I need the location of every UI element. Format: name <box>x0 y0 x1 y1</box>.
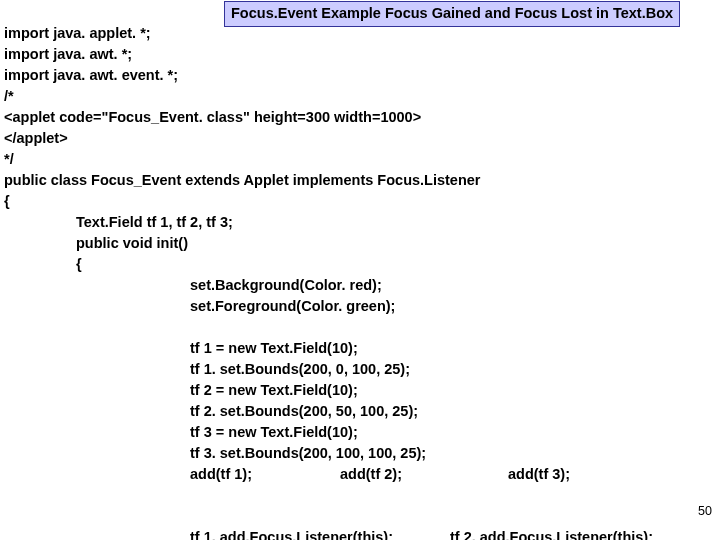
code-line: tf 2. set.Bounds(200, 50, 100, 25); <box>4 403 418 419</box>
code-fragment: add(tf 3); <box>508 464 570 485</box>
code-line: tf 2 = new Text.Field(10); <box>4 382 358 398</box>
code-line: <applet code="Focus_Event. class" height… <box>4 109 421 125</box>
code-line: import java. awt. *; <box>4 46 132 62</box>
page-number: 50 <box>698 502 712 520</box>
code-fragment: tf 2. add.Focus.Listener(this); <box>450 527 653 540</box>
code-line: tf 3. set.Bounds(200, 100, 100, 25); <box>4 445 426 461</box>
code-line: tf 3 = new Text.Field(10); <box>4 424 358 440</box>
code-line: Text.Field tf 1, tf 2, tf 3; <box>4 214 233 230</box>
code-fragment: add(tf 2); <box>340 464 508 485</box>
code-fragment: add(tf 1); <box>190 464 340 485</box>
slide-title-box: Focus.Event Example Focus Gained and Foc… <box>224 1 680 27</box>
code-line: set.Foreground(Color. green); <box>4 298 395 314</box>
code-line: tf 1. set.Bounds(200, 0, 100, 25); <box>4 361 410 377</box>
code-line: */ <box>4 151 14 167</box>
code-line: public void init() <box>4 235 188 251</box>
code-line-row: tf 1. add.Focus.Listener(this);tf 2. add… <box>4 527 716 540</box>
code-line: tf 1 = new Text.Field(10); <box>4 340 358 356</box>
slide-title: Focus.Event Example Focus Gained and Foc… <box>231 5 673 21</box>
code-line: /* <box>4 88 14 104</box>
code-line: { <box>4 193 10 209</box>
code-line: import java. awt. event. *; <box>4 67 178 83</box>
code-block: import java. applet. *; import java. awt… <box>4 2 716 540</box>
code-line: set.Background(Color. red); <box>4 277 382 293</box>
code-fragment: tf 1. add.Focus.Listener(this); <box>190 527 450 540</box>
code-line: public class Focus_Event extends Applet … <box>4 172 480 188</box>
code-line: { <box>4 256 82 272</box>
code-line-row: add(tf 1);add(tf 2);add(tf 3); <box>4 464 716 485</box>
code-line: import java. applet. *; <box>4 25 151 41</box>
code-line: </applet> <box>4 130 68 146</box>
